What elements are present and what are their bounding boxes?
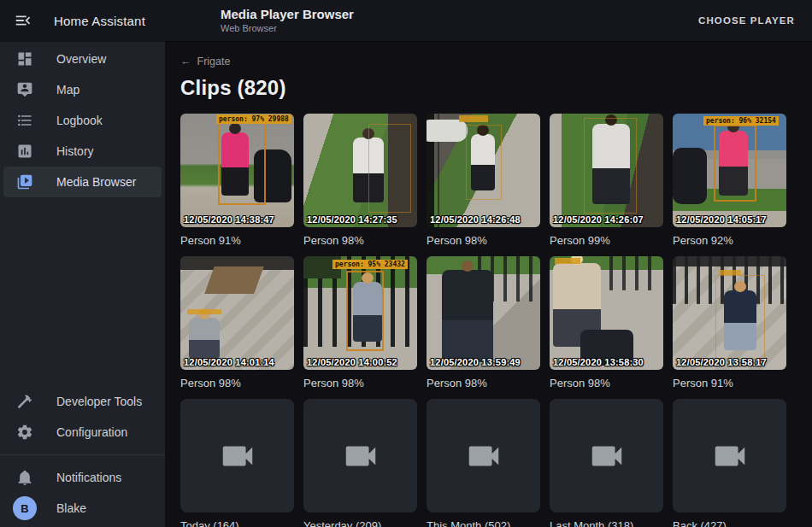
video-icon (710, 436, 750, 476)
clips-grid: person: 97% 29988 12/05/2020 14:38:47 Pe… (180, 114, 812, 527)
clip-timestamp: 12/05/2020 14:01:14 (184, 357, 274, 367)
sidebar-item-user[interactable]: B Blake (3, 493, 162, 524)
folder-tile-back[interactable]: Back (427) (673, 399, 786, 527)
content-header: Media Player Browser Web Browser CHOOSE … (165, 0, 812, 41)
detection-label: person: 95% 23432 (332, 260, 408, 269)
breadcrumb-label: Frigate (197, 56, 231, 67)
clip-tile[interactable]: 12/05/2020 14:27:35 Person 98% (303, 114, 417, 247)
clip-timestamp: 12/05/2020 14:38:47 (184, 214, 274, 225)
clip-thumbnail: 12/05/2020 14:27:35 (303, 114, 417, 227)
clip-caption: Person 99% (550, 234, 663, 247)
folder-tile-yesterday[interactable]: Yesterday (209) (303, 399, 417, 527)
detection-bbox (346, 271, 384, 351)
sidebar-item-map[interactable]: Map (3, 74, 162, 105)
clip-tile[interactable]: 12/05/2020 14:26:48 Person 98% (427, 114, 540, 247)
sidebar-item-developer-tools[interactable]: Developer Tools (3, 386, 162, 417)
folder-thumbnail (303, 399, 417, 512)
sidebar-header: Home Assistant (0, 11, 165, 30)
video-icon (464, 436, 503, 476)
clip-timestamp: 12/05/2020 13:58:30 (553, 357, 644, 367)
sidebar-item-label: Overview (56, 52, 106, 66)
folder-label: Today (164) (180, 519, 294, 527)
detection-bbox (714, 125, 756, 202)
stroller-shape (673, 148, 707, 204)
clip-thumbnail: 12/05/2020 13:58:30 (550, 256, 663, 370)
sidebar-item-label: Configuration (56, 425, 127, 439)
detection-bbox (584, 118, 637, 214)
clip-caption: Person 91% (180, 234, 294, 247)
page-title: Media Player Browser (221, 7, 354, 22)
top-bar: Home Assistant Media Player Browser Web … (0, 0, 812, 41)
folder-label: Back (427) (673, 519, 786, 527)
clip-tile[interactable]: person: 95% 23432 12/05/2020 14:00:52 Pe… (303, 256, 417, 389)
dashboard-icon (15, 50, 34, 68)
detection-label: person: 96% 32154 (703, 116, 779, 126)
page-subtitle: Web Browser (221, 23, 354, 34)
menu-open-icon[interactable] (14, 11, 32, 30)
play-box-multiple-icon (15, 173, 34, 191)
sidebar-item-label: Media Browser (56, 175, 136, 189)
clip-timestamp: 12/05/2020 14:27:35 (307, 214, 397, 225)
clip-thumbnail: person: 97% 29988 12/05/2020 14:38:47 (180, 114, 294, 227)
back-arrow-icon: ← (180, 56, 191, 67)
sidebar-divider (0, 454, 165, 455)
hammer-icon (15, 392, 34, 411)
folder-thumbnail (673, 399, 786, 512)
partial-detection-label (187, 309, 221, 314)
video-icon (587, 436, 627, 476)
folder-tile-this-month[interactable]: This Month (502) (427, 399, 540, 527)
page-heading: Clips (820) (180, 76, 812, 100)
clip-tile[interactable]: 12/05/2020 13:58:17 Person 91% (673, 256, 786, 389)
folder-thumbnail (427, 399, 540, 512)
sidebar-item-label: Notifications (56, 471, 121, 484)
choose-player-button[interactable]: CHOOSE PLAYER (693, 9, 800, 32)
clip-caption: Person 98% (427, 377, 540, 389)
folder-label: Yesterday (209) (303, 519, 417, 527)
folder-label: This Month (502) (427, 519, 540, 527)
clip-tile[interactable]: person: 96% 32154 12/05/2020 14:05:17 Pe… (673, 114, 786, 247)
clip-caption: Person 98% (550, 377, 663, 389)
app-title: Home Assistant (54, 14, 145, 28)
clip-tile[interactable]: 12/05/2020 13:59:49 Person 98% (427, 256, 540, 389)
video-icon (218, 436, 257, 476)
folder-tile-last-month[interactable]: Last Month (318) (550, 399, 663, 527)
sidebar-item-overview[interactable]: Overview (3, 44, 162, 74)
folder-label: Last Month (318) (550, 519, 663, 527)
folder-tile-today[interactable]: Today (164) (180, 399, 294, 527)
sidebar-item-configuration[interactable]: Configuration (3, 417, 162, 448)
clip-thumbnail: 12/05/2020 13:59:49 (427, 256, 540, 370)
clip-caption: Person 92% (673, 234, 786, 247)
clip-caption: Person 98% (303, 234, 417, 247)
clip-caption: Person 98% (427, 234, 540, 247)
clip-timestamp: 12/05/2020 13:59:49 (430, 357, 521, 367)
clip-thumbnail: 12/05/2020 13:58:17 (673, 256, 786, 370)
clip-timestamp: 12/05/2020 14:26:07 (553, 214, 644, 225)
detection-bbox (368, 124, 411, 213)
gear-icon (15, 423, 34, 442)
clip-tile[interactable]: person: 97% 29988 12/05/2020 14:38:47 Pe… (180, 114, 294, 247)
clip-caption: Person 98% (303, 377, 417, 389)
sidebar-item-history[interactable]: History (3, 136, 162, 167)
sidebar-item-logbook[interactable]: Logbook (3, 105, 162, 136)
clip-timestamp: 12/05/2020 14:00:52 (307, 357, 397, 367)
clip-thumbnail: 12/05/2020 14:01:14 (180, 256, 294, 370)
media-browser-content: ← Frigate Clips (820) person: 97% 29988 … (165, 41, 812, 527)
clip-caption: Person 98% (180, 377, 294, 389)
bell-icon (15, 468, 34, 487)
clip-thumbnail: 12/05/2020 14:26:48 (427, 114, 540, 227)
sidebar-item-notifications[interactable]: Notifications (3, 462, 162, 493)
user-name: Blake (56, 501, 86, 515)
sidebar-item-media-browser[interactable]: Media Browser (3, 167, 162, 197)
page-title-block: Media Player Browser Web Browser (221, 7, 354, 34)
breadcrumb[interactable]: ← Frigate (180, 56, 230, 67)
clip-timestamp: 12/05/2020 14:26:48 (430, 214, 521, 225)
clip-tile[interactable]: 12/05/2020 14:26:07 Person 99% (550, 114, 663, 247)
clip-tile[interactable]: 12/05/2020 14:01:14 Person 98% (180, 256, 294, 389)
sidebar-item-label: Map (56, 83, 79, 97)
sidebar-item-label: Logbook (56, 114, 103, 127)
chart-box-icon (15, 142, 34, 161)
detection-bbox (218, 121, 266, 205)
sidebar-item-label: History (56, 144, 94, 158)
detection-label: person: 97% 29988 (216, 114, 291, 124)
clip-tile[interactable]: 12/05/2020 13:58:30 Person 98% (550, 256, 663, 389)
